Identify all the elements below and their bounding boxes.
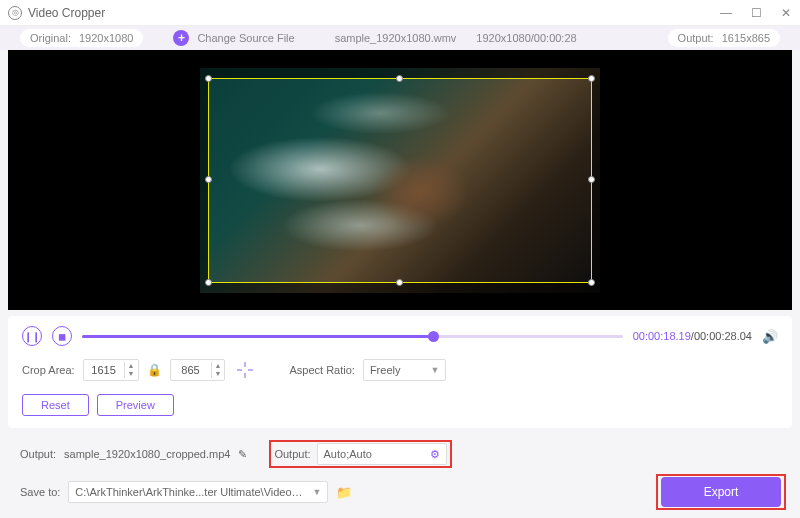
source-filename: sample_1920x1080.wmv bbox=[335, 32, 457, 44]
output-value: 1615x865 bbox=[722, 32, 770, 44]
crop-handle[interactable] bbox=[205, 279, 212, 286]
video-preview[interactable] bbox=[200, 68, 600, 293]
save-path-value: C:\ArkThinker\ArkThinke...ter Ultimate\V… bbox=[75, 486, 305, 498]
app-title: Video Cropper bbox=[28, 6, 105, 20]
time-current: 00:00:18.19 bbox=[633, 330, 691, 342]
edit-filename-icon[interactable]: ✎ bbox=[238, 448, 247, 461]
export-highlight: Export bbox=[656, 474, 786, 510]
settings-gear-icon[interactable]: ⚙ bbox=[430, 448, 440, 461]
crop-handle[interactable] bbox=[588, 279, 595, 286]
seek-knob[interactable] bbox=[428, 331, 439, 342]
original-value: 1920x1080 bbox=[79, 32, 133, 44]
video-stage bbox=[8, 50, 792, 310]
lock-aspect-icon[interactable]: 🔒 bbox=[147, 363, 162, 377]
save-to-label: Save to: bbox=[20, 486, 60, 498]
original-size-pill: Original: 1920x1080 bbox=[20, 29, 143, 47]
crop-rectangle[interactable] bbox=[208, 78, 592, 283]
crop-handle[interactable] bbox=[205, 176, 212, 183]
info-bar: Original: 1920x1080 + Change Source File… bbox=[0, 26, 800, 50]
bottom-panel: Output: sample_1920x1080_cropped.mp4 ✎ O… bbox=[0, 428, 800, 516]
seek-fill bbox=[82, 335, 433, 338]
chevron-down-icon: ▼ bbox=[430, 365, 439, 375]
export-button[interactable]: Export bbox=[661, 477, 781, 507]
volume-icon[interactable]: 🔊 bbox=[762, 329, 778, 344]
pause-button[interactable]: ❙❙ bbox=[22, 326, 42, 346]
controls-panel: ❙❙ ◼ 00:00:18.19/00:00:28.04 🔊 Crop Area… bbox=[8, 316, 792, 428]
crop-handle[interactable] bbox=[396, 279, 403, 286]
crop-width-value[interactable] bbox=[84, 364, 124, 376]
maximize-button[interactable]: ☐ bbox=[750, 6, 762, 20]
output-settings-value: Auto;Auto bbox=[324, 448, 372, 460]
stepper-up-icon[interactable]: ▲ bbox=[125, 362, 138, 370]
aspect-ratio-value: Freely bbox=[370, 364, 401, 376]
change-source-button[interactable]: Change Source File bbox=[197, 32, 294, 44]
output-settings-label: Output: bbox=[274, 448, 310, 460]
stepper-down-icon[interactable]: ▼ bbox=[125, 370, 138, 378]
reset-button[interactable]: Reset bbox=[22, 394, 89, 416]
crop-area-label: Crop Area: bbox=[22, 364, 75, 376]
stepper-up-icon[interactable]: ▲ bbox=[212, 362, 225, 370]
aspect-ratio-select[interactable]: Freely ▼ bbox=[363, 359, 446, 381]
crop-handle[interactable] bbox=[588, 75, 595, 82]
preview-button[interactable]: Preview bbox=[97, 394, 174, 416]
crop-handle[interactable] bbox=[588, 176, 595, 183]
crop-height-input[interactable]: ▲▼ bbox=[170, 359, 226, 381]
crop-height-value[interactable] bbox=[171, 364, 211, 376]
center-crop-icon[interactable] bbox=[233, 358, 257, 382]
output-settings-highlight: Output: Auto;Auto ⚙ bbox=[269, 440, 451, 468]
add-source-icon[interactable]: + bbox=[173, 30, 189, 46]
crop-width-input[interactable]: ▲▼ bbox=[83, 359, 139, 381]
open-folder-icon[interactable]: 📁 bbox=[336, 485, 352, 500]
seek-slider[interactable] bbox=[82, 335, 623, 338]
aspect-ratio-label: Aspect Ratio: bbox=[289, 364, 354, 376]
minimize-button[interactable]: — bbox=[720, 6, 732, 20]
time-total: 00:00:28.04 bbox=[694, 330, 752, 342]
crop-handle[interactable] bbox=[396, 75, 403, 82]
original-label: Original: bbox=[30, 32, 71, 44]
title-bar: ◎ Video Cropper — ☐ ✕ bbox=[0, 0, 800, 26]
output-size-pill: Output: 1615x865 bbox=[668, 29, 780, 47]
save-path-select[interactable]: C:\ArkThinker\ArkThinke...ter Ultimate\V… bbox=[68, 481, 328, 503]
stop-button[interactable]: ◼ bbox=[52, 326, 72, 346]
close-button[interactable]: ✕ bbox=[780, 6, 792, 20]
output-label: Output: bbox=[678, 32, 714, 44]
chevron-down-icon: ▼ bbox=[312, 487, 321, 497]
output-filename: sample_1920x1080_cropped.mp4 bbox=[64, 448, 230, 460]
app-logo-icon: ◎ bbox=[8, 6, 22, 20]
source-res-time: 1920x1080/00:00:28 bbox=[476, 32, 576, 44]
time-display: 00:00:18.19/00:00:28.04 bbox=[633, 330, 752, 342]
crop-handle[interactable] bbox=[205, 75, 212, 82]
output-settings-field[interactable]: Auto;Auto ⚙ bbox=[317, 443, 447, 465]
stepper-down-icon[interactable]: ▼ bbox=[212, 370, 225, 378]
output-file-label: Output: bbox=[20, 448, 56, 460]
